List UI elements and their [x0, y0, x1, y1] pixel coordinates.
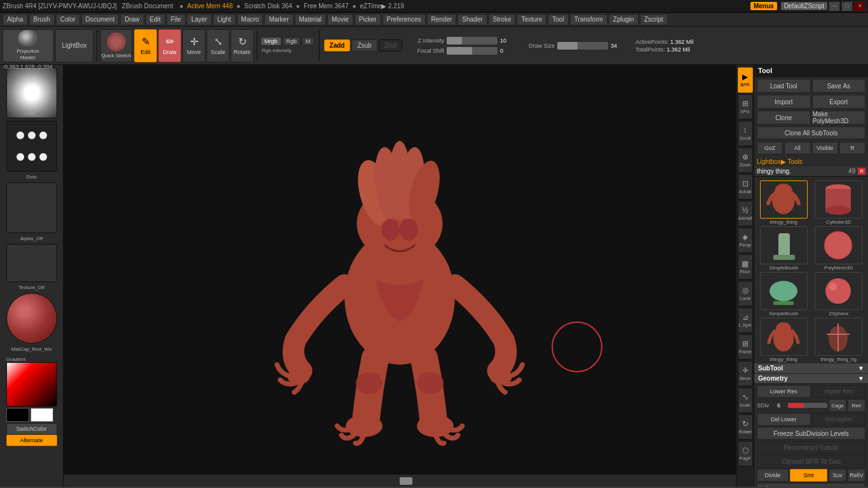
scale-button[interactable]: ⤡ Scale: [207, 29, 229, 62]
retr-button[interactable]: Retr: [848, 399, 865, 412]
rgb-button[interactable]: Rgb: [283, 37, 301, 46]
tool-thumb-polymesh[interactable]: PolyMesh3D: [812, 226, 866, 271]
spix-button[interactable]: ⊞ SPix: [738, 94, 753, 119]
color-picker[interactable]: Gradient SwitchColor Alternate: [6, 355, 57, 446]
export-button[interactable]: Export: [812, 95, 866, 109]
menu-file[interactable]: File: [166, 14, 186, 25]
all-button[interactable]: All: [784, 142, 810, 154]
draw-size-slider[interactable]: [557, 42, 608, 50]
tool-thumb-zsphere[interactable]: ZSphere: [812, 272, 866, 316]
lightbox-tools-label[interactable]: Lightbox▶ Tools: [754, 157, 868, 166]
menu-zplugin[interactable]: Zplugin: [609, 14, 639, 25]
geometry-section-header[interactable]: Geometry ▼: [754, 374, 868, 384]
tool-thumb-rig[interactable]: thingy_thing_rig: [812, 318, 866, 362]
menu-tool[interactable]: Tool: [548, 14, 568, 25]
menu-shader[interactable]: Shader: [458, 14, 487, 25]
tool-thumb-thingy2[interactable]: SimpleBrush: [757, 226, 811, 271]
divide-button[interactable]: Divide: [757, 469, 789, 482]
scale-side-button[interactable]: ⤡ Scale: [738, 388, 753, 413]
color-gradient[interactable]: [6, 362, 57, 407]
local-button[interactable]: ◎ Local: [738, 281, 753, 306]
z-intensity-slider[interactable]: [447, 37, 498, 44]
menu-color[interactable]: Color: [56, 14, 80, 25]
lsym-button[interactable]: ⊿ L.Sym: [738, 308, 753, 333]
goz-button[interactable]: GoZ: [757, 142, 783, 154]
tool-thumb-thingy[interactable]: thingy_thing: [757, 180, 811, 225]
menu-alpha[interactable]: Alpha: [3, 14, 28, 25]
tool-thumb-simplebrush[interactable]: SimpleBrush: [757, 272, 811, 316]
zsub-button[interactable]: Zsub: [351, 39, 377, 51]
move-side-button[interactable]: ✛ Move: [738, 361, 753, 386]
menu-picker[interactable]: Picker: [355, 14, 381, 25]
bpr-button[interactable]: ▶ BPR: [738, 67, 753, 93]
canvas-area[interactable]: [64, 65, 736, 487]
brush-preview-button[interactable]: Quick Sketch: [100, 29, 132, 62]
visible-button[interactable]: Visible: [812, 142, 838, 154]
lightbox-button[interactable]: LightBox: [55, 29, 93, 62]
move-button[interactable]: ✛ Move: [182, 29, 205, 62]
tool-thumb-cylinder[interactable]: Cylinder3D: [812, 180, 866, 225]
subtool-section-header[interactable]: SubTool ▼: [754, 363, 868, 374]
menu-preferences[interactable]: Preferences: [383, 14, 426, 25]
menus-button[interactable]: Menus: [750, 2, 777, 10]
persp-button[interactable]: ◈ Persp: [738, 227, 753, 253]
frame-button[interactable]: ⊞ Frame: [738, 334, 753, 360]
edgeloop-button[interactable]: EdgeLoop: [757, 483, 865, 487]
smt-button[interactable]: Smt: [790, 469, 827, 482]
menu-brush[interactable]: Brush: [29, 14, 55, 25]
make-polymesh-button[interactable]: Make PolyMesh3D: [812, 111, 866, 125]
actual-button[interactable]: ⊡ Actual: [738, 174, 753, 200]
menu-movie[interactable]: Movie: [327, 14, 353, 25]
menu-draw[interactable]: Draw: [120, 14, 144, 25]
cage-button[interactable]: Cage: [829, 399, 846, 412]
sdiv-slider[interactable]: [788, 403, 827, 408]
mrgb-button[interactable]: Mrgb: [261, 37, 281, 46]
zadd-button[interactable]: Zadd: [324, 39, 351, 51]
default-zscript-button[interactable]: DefaultZScript: [781, 2, 827, 10]
menu-light[interactable]: Light: [213, 14, 236, 25]
menu-macro[interactable]: Macro: [237, 14, 264, 25]
menu-stroke[interactable]: Stroke: [489, 14, 516, 25]
timeline-handle[interactable]: [400, 477, 412, 485]
alternate-button[interactable]: Alternate: [6, 435, 57, 446]
rotate-side-button[interactable]: ↻ Rotate: [738, 414, 753, 440]
aahalf-button[interactable]: ½ AAHalf: [738, 201, 753, 226]
lower-res-button[interactable]: Lower Res: [757, 385, 811, 398]
save-as-button[interactable]: Save As: [812, 79, 866, 93]
switch-color-button[interactable]: SwitchColor: [6, 423, 57, 435]
texture-off-preview[interactable]: [6, 244, 57, 282]
menu-edit[interactable]: Edit: [146, 14, 165, 25]
swatch-white[interactable]: [31, 408, 53, 422]
menu-document[interactable]: Document: [81, 14, 119, 25]
load-tool-button[interactable]: Load Tool: [757, 79, 811, 93]
clone-button[interactable]: Clone: [757, 111, 811, 125]
m-button[interactable]: M: [302, 37, 315, 46]
menu-layer[interactable]: Layer: [187, 14, 212, 25]
stroke-preview[interactable]: [6, 121, 57, 172]
import-button[interactable]: Import: [757, 95, 811, 109]
relv-button[interactable]: ReliV: [848, 469, 865, 482]
menu-texture[interactable]: Texture: [517, 14, 546, 25]
zoom-button[interactable]: ⊕ Zoom: [738, 147, 753, 173]
close-button[interactable]: ✕: [854, 1, 865, 11]
menu-material[interactable]: Material: [295, 14, 327, 25]
r-button[interactable]: R: [839, 142, 865, 154]
menu-render[interactable]: Render: [427, 14, 457, 25]
rotate-button[interactable]: ↻ Rotate: [231, 29, 254, 62]
menu-zscript[interactable]: Zscript: [640, 14, 668, 25]
alpha-off-preview[interactable]: [6, 182, 57, 233]
suv-button[interactable]: Suv: [829, 469, 846, 482]
alpha-preview[interactable]: Inflat_: [6, 67, 57, 118]
maximize-button[interactable]: □: [841, 1, 853, 11]
tool-thumb-thingy3[interactable]: thingy_thing: [757, 318, 811, 362]
minimize-button[interactable]: ─: [829, 1, 840, 11]
menu-transform[interactable]: Transform: [570, 14, 607, 25]
scroll-button[interactable]: ↕ Scroll: [738, 121, 753, 146]
polyf-button[interactable]: ⬡ PolyF: [738, 441, 753, 466]
floor-button[interactable]: ▦ Floor: [738, 254, 753, 280]
projection-master-button[interactable]: ProjectionMaster: [3, 29, 53, 62]
menu-marker[interactable]: Marker: [264, 14, 293, 25]
edit-button[interactable]: ✎ Edit: [134, 29, 157, 62]
swatch-black[interactable]: [6, 408, 29, 422]
clone-all-subtools-button[interactable]: Clone All SubTools: [757, 126, 865, 139]
